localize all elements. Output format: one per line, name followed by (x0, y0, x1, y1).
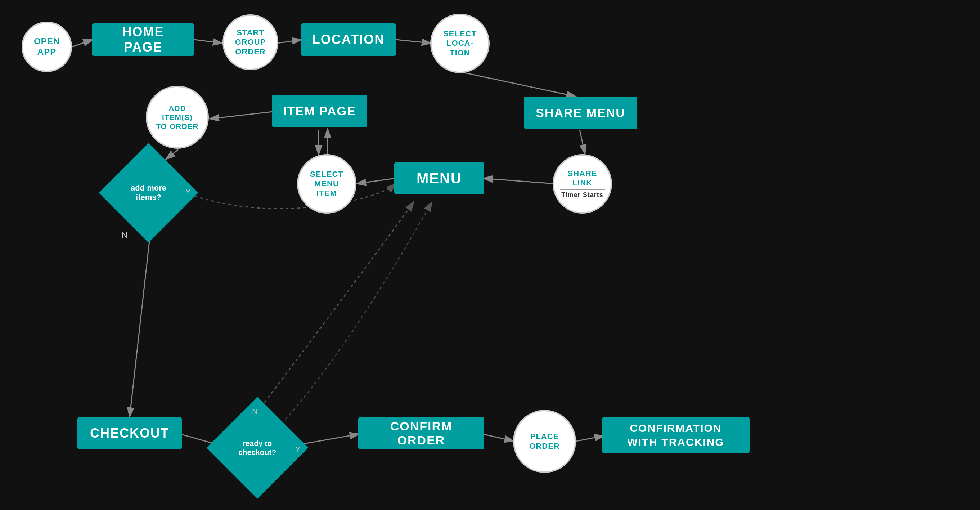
svg-line-7 (461, 72, 576, 97)
menu-label: MENU (417, 171, 462, 186)
svg-line-4 (194, 40, 223, 43)
place-order-node: PLACE ORDER (513, 410, 576, 473)
svg-line-13 (210, 112, 273, 119)
home-page-label: HOME PAGE (103, 24, 184, 55)
share-menu-node: SHARE MENU (524, 97, 637, 129)
confirm-order-node: CONFIRM ORDER (358, 417, 484, 449)
item-page-node: ITEM PAGE (272, 95, 367, 127)
share-link-label: SHARE LINK (567, 169, 597, 188)
timer-starts-label: Timer Starts (561, 191, 603, 199)
add-items-label: ADD ITEM(S) TO ORDER (156, 104, 198, 131)
checkout-label: CHECKOUT (90, 426, 169, 441)
svg-line-3 (72, 40, 93, 47)
start-group-order-label: START GROUP ORDER (235, 28, 266, 57)
item-page-label: ITEM PAGE (283, 104, 356, 118)
confirmation-node: CONFIRMATION WITH TRACKING (602, 417, 749, 453)
confirm-order-label: CONFIRM ORDER (369, 419, 473, 447)
open-app-label: OPEN APP (34, 37, 60, 57)
place-order-label: PLACE ORDER (529, 432, 560, 451)
select-menu-item-node: SELECT MENU ITEM (297, 154, 356, 214)
add-more-diamond: add more items? (113, 158, 184, 228)
location-label: LOCATION (312, 32, 385, 47)
checkout-node: CHECKOUT (77, 417, 182, 449)
svg-line-18 (482, 434, 514, 441)
svg-line-8 (580, 130, 585, 154)
ready-checkout-diamond: ready to checkout? (221, 412, 293, 484)
flowchart-canvas: OPEN APP HOME PAGE START GROUP ORDER LOC… (0, 0, 980, 510)
add-more-n-label: N (122, 231, 127, 240)
svg-line-6 (396, 40, 431, 43)
open-app-node: OPEN APP (22, 22, 72, 72)
select-location-node: SELECT LOCA- TION (430, 14, 490, 73)
add-more-y-label: Y (185, 187, 191, 197)
confirmation-label: CONFIRMATION WITH TRACKING (627, 421, 724, 449)
svg-line-9 (483, 178, 554, 184)
location-node: LOCATION (301, 24, 396, 56)
start-group-order-node: START GROUP ORDER (223, 14, 278, 70)
svg-line-19 (576, 436, 604, 441)
share-link-node: SHARE LINK Timer Starts (553, 154, 612, 214)
ready-checkout-n-label: N (252, 407, 258, 416)
menu-node: MENU (394, 162, 484, 194)
select-location-label: SELECT LOCA- TION (443, 29, 477, 57)
svg-line-15 (130, 225, 151, 417)
share-menu-label: SHARE MENU (536, 106, 625, 120)
ready-checkout-y-label: Y (295, 445, 301, 454)
home-page-node: HOME PAGE (92, 24, 194, 56)
select-menu-item-label: SELECT MENU ITEM (310, 170, 344, 198)
svg-line-5 (277, 40, 302, 43)
add-items-node: ADD ITEM(S) TO ORDER (146, 86, 209, 149)
svg-line-10 (356, 178, 395, 184)
